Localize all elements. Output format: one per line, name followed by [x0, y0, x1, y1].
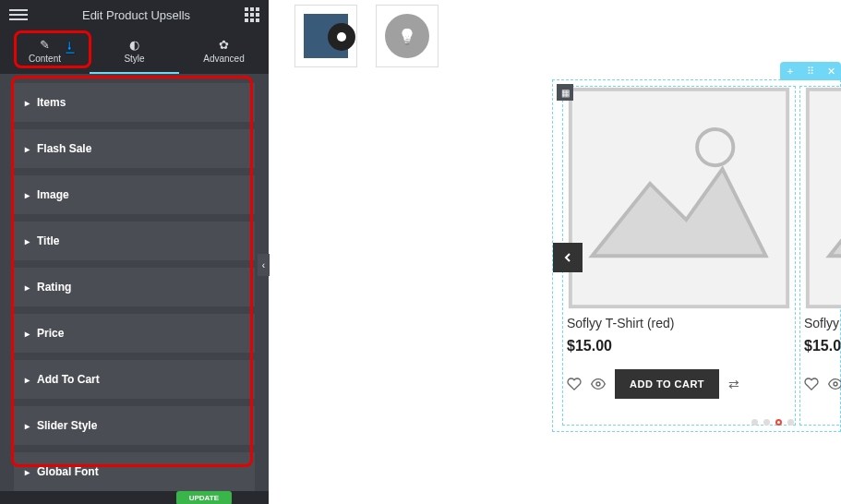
edit-section-icon[interactable]: ⠿ [800, 62, 821, 80]
thumbnail-vinyl[interactable] [294, 5, 357, 67]
accordion-item-slider-style[interactable]: Slider Style [14, 406, 255, 445]
update-button[interactable]: UPDATE [176, 491, 232, 505]
accordion-item-title[interactable]: Title [14, 222, 255, 260]
placeholder-image-icon [800, 82, 841, 314]
accordion-item-flash-sale[interactable]: Flash Sale [14, 129, 255, 168]
add-to-cart-button[interactable]: ADD TO CART [615, 369, 719, 399]
product-title: Soflyy T-Shirt (red) [563, 308, 795, 334]
tab-style[interactable]: ◐ Style [90, 30, 179, 72]
header-title: Edit Product Upsells [28, 8, 245, 22]
thumbnail-row [294, 5, 841, 67]
accordion-item-global-font[interactable]: Global Font [14, 452, 255, 491]
product-actions: ADD TO CART ⇄ [563, 358, 795, 410]
accordion-label: Slider Style [37, 419, 97, 432]
pagination-dot[interactable] [751, 419, 758, 426]
thumbnail-bulb[interactable] [376, 5, 439, 67]
eye-icon[interactable] [591, 377, 606, 391]
menu-icon[interactable] [9, 9, 28, 20]
accordion-item-items[interactable]: Items [14, 83, 255, 122]
svg-point-2 [697, 128, 733, 164]
svg-point-7 [834, 382, 837, 386]
pencil-icon: ✎ [40, 38, 50, 52]
product-price: $15.00 [563, 334, 795, 358]
section-toolbar: + ⠿ ✕ [780, 62, 841, 80]
accordion-label: Items [37, 96, 66, 109]
product-carousel: Soflyy T-Shirt (red) $15.00 ADD TO CART … [553, 80, 840, 431]
placeholder-image-icon [563, 82, 795, 314]
widget-handle-icon[interactable]: ▦ [557, 84, 573, 101]
accordion-item-rating[interactable]: Rating [14, 268, 255, 306]
accordion-item-add-to-cart[interactable]: Add To Cart [14, 360, 255, 399]
carousel-prev-button[interactable] [553, 243, 583, 272]
heart-icon[interactable] [567, 377, 582, 391]
tabs-bar: ✎ Content ◐ Style ✿ Advanced [0, 30, 269, 74]
svg-rect-0 [571, 89, 787, 306]
heart-icon[interactable] [804, 377, 819, 391]
product-price: $15.00 [800, 334, 841, 358]
pagination-dot[interactable] [763, 419, 770, 426]
compare-icon[interactable]: ⇄ [728, 377, 739, 391]
eye-icon[interactable] [828, 377, 841, 391]
add-section-icon[interactable]: + [780, 62, 800, 80]
accordion-item-price[interactable]: Price [14, 314, 255, 353]
widget-section[interactable]: ▦ Soflyy T-Shirt (red) $15.00 ADD TO CAR… [552, 79, 841, 432]
accordion-item-image[interactable]: Image [14, 175, 255, 214]
accordion-label: Title [37, 234, 59, 247]
accordion-label: Flash Sale [37, 142, 91, 155]
product-actions: ADD TO CART ⇄ [800, 358, 841, 410]
pagination-dot-active[interactable] [775, 419, 782, 426]
sidebar-footer: UPDATE [0, 491, 269, 504]
accordion-label: Image [37, 188, 69, 201]
close-section-icon[interactable]: ✕ [821, 62, 841, 80]
accordion-label: Rating [37, 281, 71, 294]
tab-advanced[interactable]: ✿ Advanced [179, 30, 269, 72]
editor-sidebar: Edit Product Upsells ✎ Content ◐ Style ✿… [0, 0, 269, 504]
svg-point-3 [596, 382, 600, 386]
accordion-label: Add To Cart [37, 373, 100, 386]
tab-label: Advanced [203, 54, 244, 64]
pagination-dot[interactable] [787, 419, 794, 426]
product-card[interactable]: Soflyy T-Shirt (red) $15.00 ADD TO CART … [562, 86, 796, 426]
product-title: Soflyy T-Shirt (blue) [800, 308, 841, 334]
tab-content[interactable]: ✎ Content [0, 30, 90, 72]
contrast-icon: ◐ [129, 38, 139, 52]
sidebar-header: Edit Product Upsells [0, 0, 269, 30]
apps-icon[interactable] [245, 7, 259, 22]
accordion-label: Global Font [37, 465, 99, 478]
gear-icon: ✿ [219, 38, 229, 52]
tab-label: Content [29, 54, 61, 64]
product-card[interactable]: Soflyy T-Shirt (blue) $15.00 ADD TO CART… [799, 86, 841, 426]
svg-rect-4 [808, 89, 841, 306]
accordion-label: Price [37, 327, 64, 340]
carousel-pagination [751, 419, 794, 426]
product-image [563, 87, 795, 308]
tab-label: Style [124, 54, 144, 64]
accordion: Items Flash Sale Image Title Rating Pric… [0, 74, 269, 504]
product-image [800, 87, 841, 308]
canvas: + ⠿ ✕ ▦ Soflyy T-Shirt (red) $15.00 ADD … [269, 0, 841, 504]
